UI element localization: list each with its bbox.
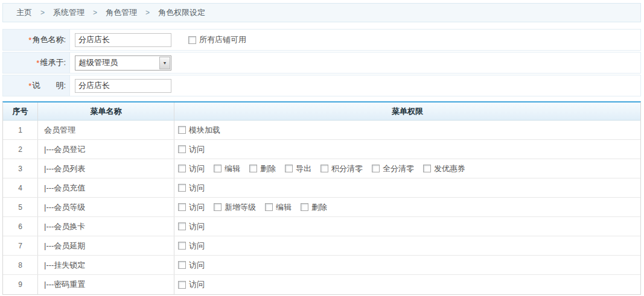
permission-checkbox[interactable]: [178, 165, 186, 172]
description-input[interactable]: [75, 79, 171, 93]
permission-checkbox-group[interactable]: 编辑: [265, 202, 292, 213]
permission-checkbox-group[interactable]: 访问: [178, 163, 205, 174]
permission-checkbox[interactable]: [423, 165, 431, 172]
row-serial-number: 3: [3, 159, 38, 178]
permission-checkbox[interactable]: [178, 145, 186, 153]
permission-checkbox-group[interactable]: 新增等级: [214, 202, 256, 213]
permission-label: 发优惠券: [434, 163, 465, 174]
menu-permissions: 访问新增等级编辑删除: [174, 198, 640, 216]
form-row-description: * 说 明:: [2, 75, 641, 96]
row-serial-number: 2: [3, 140, 38, 159]
permission-label: 访问: [189, 144, 205, 155]
permission-checkbox[interactable]: [372, 165, 380, 172]
table-body: 1会员管理模块加载2|---会员登记访问3|---会员列表访问编辑删除导出积分清…: [3, 121, 640, 294]
permission-checkbox-group[interactable]: 访问: [178, 144, 205, 155]
table-row: 3|---会员列表访问编辑删除导出积分清零全分清零发优惠券: [3, 159, 640, 178]
table-row: 2|---会员登记访问: [3, 140, 640, 159]
menu-name: |---挂失锁定: [38, 256, 174, 274]
inherit-select[interactable]: 超级管理员 ▼: [75, 55, 171, 71]
permission-checkbox-group[interactable]: 访问: [178, 221, 205, 232]
menu-name: |---会员登记: [38, 140, 174, 159]
permission-checkbox[interactable]: [178, 242, 186, 250]
permission-checkbox[interactable]: [178, 222, 186, 230]
permission-checkbox-group[interactable]: 积分清零: [320, 163, 363, 174]
permission-label: 访问: [189, 163, 205, 174]
row-serial-number: 4: [3, 178, 38, 197]
permission-checkbox[interactable]: [178, 203, 186, 211]
permission-checkbox[interactable]: [285, 165, 293, 172]
menu-name: |---会员等级: [38, 198, 174, 216]
header-menu-permission: 菜单权限: [174, 102, 640, 120]
row-serial-number: 7: [3, 236, 38, 255]
permission-checkbox[interactable]: [249, 165, 257, 172]
table-row: 9|---密码重置访问: [3, 275, 640, 294]
permission-checkbox[interactable]: [214, 165, 222, 172]
breadcrumb-separator: >: [93, 8, 97, 17]
menu-name: |---会员充值: [38, 178, 174, 197]
permission-checkbox[interactable]: [320, 165, 328, 172]
permission-checkbox-group[interactable]: 删除: [301, 202, 327, 213]
breadcrumb-item[interactable]: 角色管理: [106, 7, 137, 18]
permission-checkbox[interactable]: [265, 203, 273, 211]
role-form: * 角色名称: 所有店铺可用 * 维承于: 超级管理员 ▼ * 说 明:: [2, 29, 641, 98]
role-name-label-text: 角色名称:: [32, 34, 66, 45]
all-stores-checkbox[interactable]: [188, 36, 196, 44]
breadcrumb-item[interactable]: 主页: [16, 7, 32, 18]
permission-checkbox-group[interactable]: 发优惠券: [423, 163, 465, 174]
breadcrumb: 主页>系统管理>角色管理>角色权限设定: [2, 3, 641, 22]
all-stores-checkbox-group[interactable]: 所有店铺可用: [188, 34, 246, 45]
all-stores-checkbox-label: 所有店铺可用: [199, 34, 246, 45]
permission-checkbox[interactable]: [178, 126, 186, 134]
form-row-inherit: * 维承于: 超级管理员 ▼: [2, 52, 641, 74]
breadcrumb-item[interactable]: 角色权限设定: [158, 7, 205, 18]
table-row: 7|---会员延期访问: [3, 236, 640, 256]
permission-checkbox[interactable]: [178, 184, 186, 192]
permission-checkbox-group[interactable]: 删除: [249, 163, 276, 174]
permission-checkbox[interactable]: [214, 203, 222, 211]
permission-label: 访问: [189, 279, 205, 290]
permission-label: 导出: [296, 163, 311, 174]
form-row-role-name: * 角色名称: 所有店铺可用: [2, 29, 641, 51]
permission-checkbox-group[interactable]: 访问: [178, 202, 205, 213]
permissions-table: 序号 菜单名称 菜单权限 1会员管理模块加载2|---会员登记访问3|---会员…: [2, 101, 641, 295]
permission-checkbox-group[interactable]: 访问: [178, 279, 205, 290]
permission-checkbox[interactable]: [178, 281, 186, 289]
permission-checkbox-group[interactable]: 全分清零: [372, 163, 414, 174]
inherit-select-value: 超级管理员: [75, 57, 159, 68]
permission-label: 访问: [189, 183, 205, 194]
permission-checkbox-group[interactable]: 导出: [285, 163, 311, 174]
inherit-label: * 维承于:: [3, 52, 70, 73]
permission-checkbox[interactable]: [178, 261, 186, 269]
menu-permissions: 访问: [174, 140, 640, 159]
permission-checkbox-group[interactable]: 访问: [178, 183, 205, 194]
menu-permissions: 访问: [174, 275, 640, 294]
table-row: 1会员管理模块加载: [3, 121, 640, 140]
header-serial-number: 序号: [3, 102, 38, 120]
table-row: 4|---会员充值访问: [3, 178, 640, 198]
role-name-label: * 角色名称:: [3, 30, 70, 50]
menu-permissions: 访问: [174, 217, 640, 236]
permission-checkbox-group[interactable]: 模块加载: [178, 125, 220, 136]
row-serial-number: 8: [3, 256, 38, 274]
role-name-input[interactable]: [75, 33, 171, 47]
permission-label: 编辑: [225, 163, 240, 174]
menu-permissions: 访问编辑删除导出积分清零全分清零发优惠券: [174, 159, 640, 178]
permission-label: 编辑: [276, 202, 292, 213]
permission-checkbox-group[interactable]: 编辑: [214, 163, 240, 174]
menu-permissions: 访问: [174, 256, 640, 274]
permission-label: 访问: [189, 260, 205, 271]
required-marker: *: [28, 36, 31, 45]
breadcrumb-item[interactable]: 系统管理: [53, 7, 84, 18]
permission-checkbox-group[interactable]: 访问: [178, 241, 205, 251]
menu-permissions: 访问: [174, 178, 640, 197]
permission-label: 删除: [311, 202, 327, 213]
role-name-content: 所有店铺可用: [70, 30, 640, 50]
permission-checkbox-group[interactable]: 访问: [178, 260, 205, 271]
row-serial-number: 5: [3, 198, 38, 216]
permission-checkbox[interactable]: [301, 203, 308, 211]
menu-permissions: 模块加载: [174, 121, 640, 139]
permission-label: 访问: [189, 202, 205, 213]
chevron-down-icon[interactable]: ▼: [159, 57, 170, 69]
menu-permissions: 访问: [174, 236, 640, 255]
permission-label: 删除: [260, 163, 276, 174]
